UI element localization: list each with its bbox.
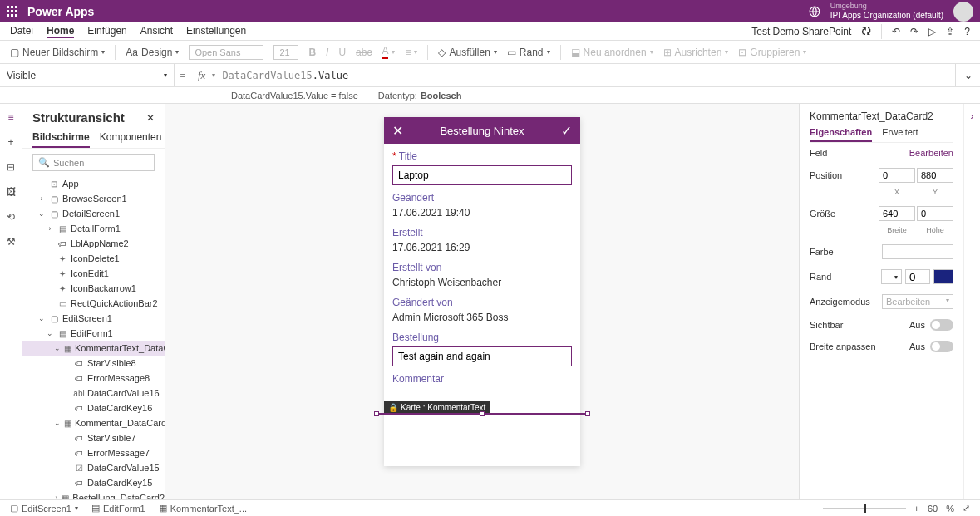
tree-node-errmsg8[interactable]: 🏷ErrorMessage8 [22, 371, 165, 386]
help-icon[interactable]: ? [964, 26, 970, 37]
menu-einstellungen[interactable]: Einstellungen [186, 25, 246, 38]
tree-node-editscreen[interactable]: ⌄▢EditScreen1 [22, 311, 165, 326]
menu-ansicht[interactable]: Ansicht [140, 25, 173, 38]
bestellung-input[interactable] [392, 346, 572, 366]
menu-datei[interactable]: Datei [10, 25, 33, 38]
crumb-editscreen[interactable]: ▢ EditScreen1 ▾ [10, 503, 78, 514]
toolbar: ▢ Neuer Bildschirm ▾ Aa Design ▾ Open Sa… [0, 41, 980, 64]
property-select[interactable]: Visible▾ [0, 64, 175, 86]
redo-icon[interactable]: ↷ [910, 26, 918, 37]
phone-submit-icon[interactable]: ✓ [561, 123, 572, 139]
tree-node-dcval15[interactable]: ☑DataCardValue15 [22, 460, 165, 475]
flow-icon[interactable]: ⟲ [4, 210, 17, 224]
tree-node-rectquick[interactable]: ▭RectQuickActionBar2 [22, 296, 165, 311]
underline-button[interactable]: U [338, 47, 346, 58]
rp-edit-link[interactable]: Bearbeiten [909, 148, 953, 158]
tree-node-detailform[interactable]: ›▤DetailForm1 [22, 221, 165, 236]
tree-node-lblapp[interactable]: 🏷LblAppName2 [22, 236, 165, 251]
fill-button[interactable]: ◇ Ausfüllen ▾ [438, 47, 496, 58]
italic-button[interactable]: I [326, 47, 328, 58]
menu-einfuegen[interactable]: Einfügen [87, 25, 126, 38]
zoom-out-icon[interactable]: − [809, 504, 814, 514]
user-avatar[interactable] [953, 2, 973, 22]
share-icon[interactable]: ⇪ [946, 26, 954, 37]
rp-pos-y[interactable] [917, 168, 953, 183]
crumb-editform[interactable]: ▤ EditForm1 [91, 503, 145, 514]
rp-display-select[interactable]: Bearbeiten ▾ [882, 294, 953, 309]
close-tree-icon[interactable]: ✕ [146, 112, 155, 124]
tab-komponenten[interactable]: Komponenten [100, 131, 162, 148]
zoom-slider[interactable] [823, 508, 906, 509]
font-color-button[interactable]: A▾ [382, 45, 395, 59]
fullscreen-icon[interactable]: ⤢ [963, 503, 970, 514]
tree-node-browse[interactable]: ›▢BrowseScreen1 [22, 191, 165, 206]
rp-tab-advanced[interactable]: Erweitert [882, 127, 918, 142]
title-input[interactable] [392, 165, 572, 185]
rp-border-width[interactable] [905, 269, 930, 284]
tree-node-starvis8[interactable]: 🏷StarVisible8 [22, 356, 165, 371]
tree-view-icon[interactable]: ≡ [4, 111, 17, 124]
tree-title: Strukturansicht [32, 111, 125, 125]
rp-pos-x[interactable] [879, 168, 915, 183]
save-icon[interactable]: 🗘 [861, 26, 871, 37]
group-button[interactable]: ⊡ Gruppieren ▾ [738, 47, 806, 58]
tree-node-bestell[interactable]: ›▦Bestellung_DataCard2 [22, 490, 165, 499]
zoom-value: 60 [928, 504, 938, 514]
font-size-select[interactable]: 21 [273, 45, 298, 60]
zoom-in-icon[interactable]: + [914, 504, 919, 514]
waffle-icon[interactable] [7, 6, 17, 17]
tree-node-iconback[interactable]: ✦IconBackarrow1 [22, 281, 165, 296]
data-icon[interactable]: ⊟ [4, 160, 17, 174]
undo-icon[interactable]: ↶ [892, 26, 900, 37]
rp-border-color[interactable] [933, 269, 953, 284]
tree-node-icondelete[interactable]: ✦IconDelete1 [22, 251, 165, 266]
rp-width-toggle[interactable] [930, 341, 953, 352]
rp-width-label: Breite anpassen [810, 342, 876, 351]
tree-node-iconedit[interactable]: ✦IconEdit1 [22, 266, 165, 281]
strike-button[interactable]: abc [356, 47, 372, 58]
rp-tab-properties[interactable]: Eigenschaften [810, 127, 872, 142]
tree-node-kommtext[interactable]: ⌄▦KommentarText_DataCard2⋯ [22, 341, 165, 356]
crumb-kommtext[interactable]: ▦ KommentarText_... [159, 503, 247, 514]
canvas[interactable]: ✕ Bestellung Nintex ✓ Title Geändert 17.… [165, 104, 799, 499]
font-select[interactable]: Open Sans [189, 45, 263, 60]
media-icon[interactable]: 🖾 [4, 185, 17, 199]
formula-input[interactable]: fx▾ DataCardValue15.Value [191, 64, 955, 86]
tree-node-dckey16[interactable]: 🏷DataCardKey16 [22, 401, 165, 415]
align-obj-button[interactable]: ⊞ Ausrichten ▾ [663, 47, 729, 58]
app-header: Power Apps Umgebung IPI Apps Organizatio… [0, 0, 980, 22]
rp-visible-toggle[interactable] [930, 319, 953, 331]
rp-color-picker[interactable] [882, 244, 953, 259]
menu-home[interactable]: Home [47, 25, 74, 38]
rp-border-style[interactable]: — ▾ [881, 269, 902, 284]
rp-size-w[interactable] [879, 206, 915, 221]
design-button[interactable]: Aa Design ▾ [126, 47, 179, 58]
border-button[interactable]: ▭ Rand ▾ [507, 47, 550, 58]
tree-node-kommdc[interactable]: ⌄▦Kommentar_DataCard2 [22, 415, 165, 430]
tools-icon[interactable]: ⚒ [4, 235, 17, 248]
play-icon[interactable]: ▷ [928, 26, 936, 37]
tree-search-input[interactable]: 🔍 Suchen [32, 154, 155, 171]
tree-node-dckey15[interactable]: 🏷DataCardKey15 [22, 475, 165, 490]
formula-info: DataCardValue15.Value = false Datentyp: … [0, 87, 980, 104]
reorder-button[interactable]: ⬓ Neu anordnen ▾ [571, 47, 653, 58]
tree-node-app[interactable]: ⊡App [22, 176, 165, 191]
tree-node-editform[interactable]: ⌄▤EditForm1 [22, 326, 165, 341]
rp-size-h[interactable] [917, 206, 953, 221]
bold-button[interactable]: B [308, 47, 316, 58]
insert-icon[interactable]: + [4, 135, 17, 149]
tab-bildschirme[interactable]: Bildschirme [32, 131, 90, 148]
phone-close-icon[interactable]: ✕ [392, 123, 403, 139]
expand-formula-icon[interactable]: ⌄ [955, 64, 980, 86]
tree-node-detailscreen[interactable]: ⌄▢DetailScreen1 [22, 206, 165, 221]
align-button[interactable]: ≡▾ [405, 47, 417, 58]
tree-node-starvis7[interactable]: 🏷StarVisible7 [22, 430, 165, 445]
phone-preview: ✕ Bestellung Nintex ✓ Title Geändert 17.… [384, 117, 580, 466]
tree-node-errmsg7[interactable]: 🏷ErrorMessage7 [22, 445, 165, 460]
tree-node-dcval16[interactable]: ablDataCardValue16 [22, 386, 165, 401]
new-screen-button[interactable]: ▢ Neuer Bildschirm ▾ [10, 47, 105, 58]
collapse-right-panel-icon[interactable]: › [963, 104, 980, 499]
rp-color-label: Farbe [810, 247, 834, 257]
rp-visible-label: Sichtbar [810, 320, 843, 330]
environment-info[interactable]: Umgebung IPI Apps Organization (default) [830, 2, 943, 20]
